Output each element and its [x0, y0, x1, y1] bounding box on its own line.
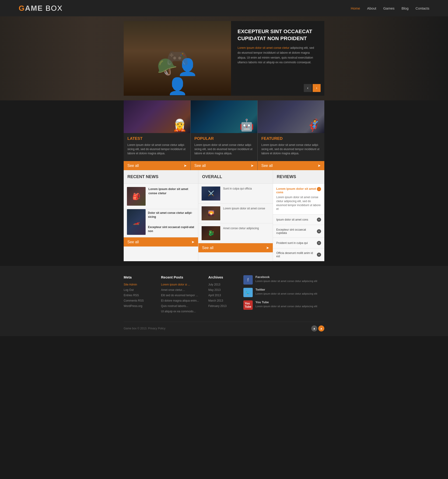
footer-post-4[interactable]: Et dolore magna aliqua enim... [161, 299, 199, 303]
facebook-label: Facebook [256, 275, 317, 279]
news-headline-2: Dolor sit amet conse ctetur adipi-sicing [148, 211, 195, 219]
nav-games[interactable]: Games [383, 6, 394, 10]
popular-card-title: POPULAR [194, 136, 254, 141]
hero-body: Lorem ipsum dolor sit amet conse ctetur … [237, 46, 318, 65]
logo: GAME BOX [19, 4, 63, 13]
arrow-right-icon: ➤ [191, 240, 194, 244]
overall-title: OVERALL [202, 174, 269, 179]
footer-post-5[interactable]: Quis nostrud laboris... [161, 304, 199, 308]
hero-title: EXCEPTEUR SINT OCCAECAT CUPIDATAT NON PR… [237, 28, 318, 42]
nav-contacts[interactable]: Contacts [415, 6, 429, 10]
social-facebook: f Facebook Lorem ipsum dolor sit amet co… [243, 275, 324, 285]
review-item-1: Ipsum dolor sit amet cons + [273, 214, 324, 225]
news-text-1: Lorem ipsum dolor sit amet conse ctetur [148, 187, 195, 206]
twitter-text: Twitter Lorem ipsum dolor sit amet conse… [256, 288, 317, 297]
featured-see-all-button[interactable]: See all ➤ [258, 161, 324, 170]
review-expand-3-btn[interactable]: + [317, 241, 321, 245]
news-thumb-1 [127, 187, 145, 206]
footer-meta-logout[interactable]: Log Out [124, 288, 152, 292]
review-expand-2-btn[interactable]: + [317, 229, 321, 233]
overall-header: OVERALL [198, 170, 273, 184]
logo-g: G [19, 4, 25, 12]
header: GAME BOX Home About Games Blog Contacts [0, 0, 448, 16]
review-active-item: − Lorem ipsum dolor sit amet cons Lorem … [273, 184, 324, 214]
latest-see-all-button[interactable]: See all ➤ [124, 161, 190, 170]
footer-archive-april-2013[interactable]: April 2013 [208, 293, 234, 297]
social-twitter: 🐦 Twitter Lorem ipsum dolor sit amet con… [243, 288, 324, 297]
social-youtube: YouTube You Tube Lorem ipsum dolor sit a… [243, 300, 324, 310]
main-nav: Home About Games Blog Contacts [351, 6, 429, 10]
facebook-text: Facebook Lorem ipsum dolor sit amet cons… [256, 275, 317, 284]
review-collapse-btn[interactable]: − [317, 187, 321, 191]
latest-card-title: LATEST [127, 136, 187, 141]
footer-social: f Facebook Lorem ipsum dolor sit amet co… [243, 275, 324, 315]
news-stacked-item-2: Dolor sit amet conse ctetur adipi-sicing [148, 211, 195, 219]
latest-card-info: LATEST Lorem ipsum dolor sit amet conse … [124, 133, 190, 161]
hero-inner: 🪖👤👤 EXCEPTEUR SINT OCCAECAT CUPIDATAT NO… [124, 21, 324, 96]
popular-card-info: POPULAR Lorem ipsum dolor sit amet conse… [191, 133, 257, 161]
review-expand-4-btn[interactable]: + [317, 253, 321, 257]
footer-bottom: Game box © 2013. Privacy Policy ▲ ▲ [124, 322, 324, 332]
reviews-title: REVIEWS [277, 174, 321, 179]
youtube-text: You Tube Lorem ipsum dolor sit amet cons… [256, 300, 317, 309]
overall-thumb-1 [202, 186, 220, 200]
footer-meta-entries-rss[interactable]: Entries RSS [124, 293, 152, 297]
overall-items-list: Sunt in culpa qui officia Lorem ipsum do… [198, 184, 273, 243]
footer-privacy-link[interactable]: Privacy Policy [148, 327, 165, 330]
facebook-icon: f [243, 275, 253, 285]
review-active-text: Lorem ipsum dolor sit amet conse ctetur … [276, 195, 321, 211]
content-area: LATEST Lorem ipsum dolor sit amet conse … [124, 100, 324, 261]
overall-item-1: Sunt in culpa qui officia [198, 184, 273, 204]
logo-ame: AME [25, 4, 43, 12]
arrow-right-icon: ➤ [250, 163, 254, 168]
nav-home[interactable]: Home [351, 6, 360, 10]
featured-card-title: FEATURED [261, 136, 321, 141]
nav-about[interactable]: About [367, 6, 376, 10]
news-stacked-texts: Dolor sit amet conse ctetur adipi-sicing… [148, 209, 195, 235]
footer-meta-comments-rss[interactable]: Comments RSS [124, 299, 152, 303]
youtube-desc: Lorem ipsum dolor sit amet conse ctetur … [256, 305, 317, 308]
popular-card-image [191, 100, 257, 133]
twitter-icon: 🐦 [243, 288, 253, 297]
footer-copyright: Game box © 2013. Privacy Policy [124, 327, 165, 330]
hero-section: 🪖👤👤 EXCEPTEUR SINT OCCAECAT CUPIDATAT NO… [0, 16, 448, 100]
overall-text-1: Sunt in culpa qui officia [223, 186, 252, 191]
footer-archive-may-2013[interactable]: May 2013 [208, 288, 234, 292]
reviews-section: REVIEWS − Lorem ipsum dolor sit amet con… [273, 170, 324, 261]
social-items-list: f Facebook Lorem ipsum dolor sit amet co… [243, 275, 324, 310]
footer-archive-feb-2013[interactable]: February 2013 [208, 304, 234, 308]
scroll-down-btn[interactable]: ▲ [318, 326, 324, 332]
footer-post-2[interactable]: Amet onse ctetur.... [161, 288, 199, 292]
review-expand-1-btn[interactable]: + [317, 218, 321, 222]
footer-meta-wordpress[interactable]: WordPress.org [124, 304, 152, 308]
news-stacked-row: Dolor sit amet conse ctetur adipi-sicing… [124, 209, 198, 237]
recent-news-section: RECENT NEWS Lorem ipsum dolor sit amet c… [124, 170, 198, 261]
overall-see-all-button[interactable]: See all ➤ [198, 243, 273, 252]
footer-meta-site-admin[interactable]: Site Admin [124, 282, 152, 287]
game-card-latest: LATEST Lorem ipsum dolor sit amet conse … [124, 100, 190, 170]
game-cards-row: LATEST Lorem ipsum dolor sit amet conse … [124, 100, 324, 170]
overall-item-3: Amet conse ctetur adipiscing [198, 223, 273, 243]
footer-archive-july-2013[interactable]: July 2013 [208, 282, 234, 287]
footer-post-6[interactable]: Ut aliquip ex ea commodo... [161, 309, 199, 313]
nav-blog[interactable]: Blog [402, 6, 408, 10]
latest-card-text: Lorem ipsum dolor sit amet conse ctetur … [127, 143, 187, 155]
overall-text-3: Amet conse ctetur adipiscing [223, 226, 259, 230]
news-see-all-button[interactable]: See all ➤ [124, 237, 198, 246]
hero-nav: ‹ › [304, 84, 321, 92]
featured-card-image [258, 100, 324, 133]
footer-meta: Meta Site Admin Log Out Entries RSS Comm… [124, 275, 152, 315]
review-active-title: Lorem ipsum dolor sit amet cons [276, 187, 321, 194]
news-items-list: Lorem ipsum dolor sit amet conse ctetur … [124, 184, 198, 237]
hero-prev-btn[interactable]: ‹ [304, 84, 312, 92]
overall-thumb-2 [202, 206, 220, 220]
news-item-1: Lorem ipsum dolor sit amet conse ctetur [124, 184, 198, 209]
footer-post-3[interactable]: Elit sed do eiusmod tempor ... [161, 293, 199, 297]
popular-see-all-button[interactable]: See all ➤ [191, 161, 257, 170]
scroll-up-btn[interactable]: ▲ [311, 326, 317, 332]
hero-next-btn[interactable]: › [313, 84, 321, 92]
footer-archive-march-2013[interactable]: March 2013 [208, 299, 234, 303]
footer-columns: Meta Site Admin Log Out Entries RSS Comm… [124, 275, 324, 315]
arrow-right-icon: ➤ [317, 163, 321, 168]
footer-post-1[interactable]: Lorem ipsum dolor si ... [161, 282, 199, 287]
